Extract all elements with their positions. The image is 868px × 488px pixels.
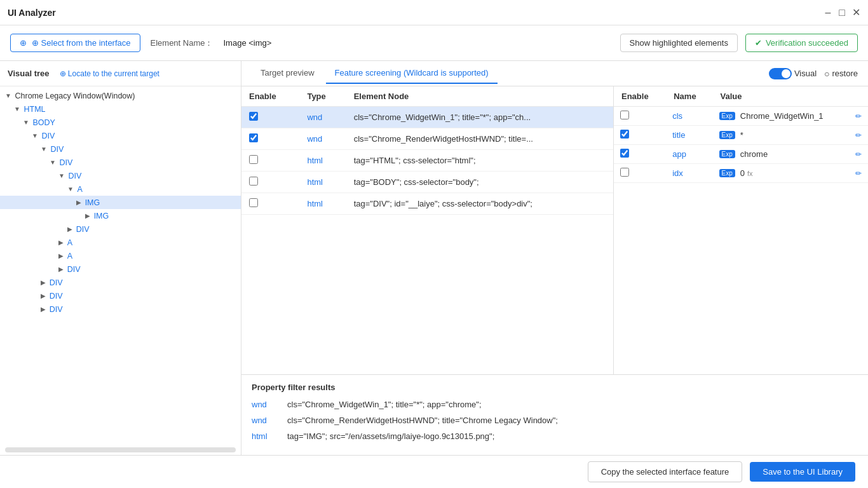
copy-button[interactable]: Copy the selected interface feature (588, 461, 743, 482)
prop-value-text: 0 (740, 168, 745, 178)
select-interface-button[interactable]: ⊕ ⊕ Select from the interface (10, 34, 140, 52)
tree-node[interactable]: ▼ DIV (0, 142, 241, 156)
prop-enable-checkbox[interactable] (620, 168, 629, 177)
visual-tree-label: Visual tree (8, 69, 50, 78)
edit-icon[interactable]: ✏ (855, 131, 862, 140)
prop-col-enable: Enable (614, 86, 666, 107)
tree-node[interactable]: ▼ DIV (0, 169, 241, 182)
prop-enable-checkbox[interactable] (620, 111, 629, 119)
tree-arrow: ▶ (76, 199, 81, 206)
tree-node[interactable]: ▶ DIV (0, 222, 241, 236)
tree-arrow: ▼ (5, 92, 11, 99)
property-row: idx Exp 0 fx ✏ (614, 164, 868, 183)
element-name-value: Image <img> (224, 38, 272, 48)
tree-container[interactable]: ▼ Chrome Legacy Window(Window)▼ HTML▼ BO… (0, 86, 241, 445)
close-button[interactable]: ✕ (851, 8, 860, 17)
exp-badge: Exp (719, 169, 735, 177)
cell-node: cls="Chrome_RenderWidgetHostHWND"; title… (346, 128, 613, 150)
tree-node[interactable]: ▶ IMG (0, 196, 241, 209)
show-highlighted-button[interactable]: Show highlighted elements (620, 34, 738, 52)
prop-input-row: Exp * ✏ (719, 130, 862, 140)
enable-checkbox[interactable] (249, 198, 258, 207)
cell-enable (241, 128, 299, 150)
cell-node: tag="HTML"; css-selector="html"; (346, 150, 613, 172)
locate-button[interactable]: ⊕ Locate to the current target (60, 69, 159, 78)
type-value: html (307, 156, 323, 165)
filter-rows: wndcls="Chrome_WidgetWin_1"; title="*"; … (252, 400, 858, 441)
tree-node-text: A (67, 252, 72, 261)
tab-target-preview[interactable]: Target preview (252, 63, 323, 84)
horizontal-scrollbar[interactable] (5, 447, 236, 452)
tree-arrow: ▶ (41, 279, 46, 286)
main-content: Visual tree ⊕ Locate to the current targ… (0, 61, 868, 455)
tree-node[interactable]: ▼ BODY (0, 116, 241, 129)
filter-row: wndcls="Chrome_WidgetWin_1"; title="*"; … (252, 400, 858, 409)
prop-input-row: Exp chrome ✏ (719, 149, 862, 159)
prop-cell-name: title (666, 126, 712, 145)
filter-type: wnd (252, 400, 277, 409)
prop-cell-name: cls (666, 107, 712, 126)
table-row[interactable]: wnd cls="Chrome_RenderWidgetHostHWND"; t… (241, 128, 613, 150)
visual-toggle-switch[interactable] (769, 68, 792, 79)
cell-enable (241, 150, 299, 172)
tree-node[interactable]: ▶ DIV (0, 262, 241, 276)
prop-enable-checkbox[interactable] (620, 149, 629, 158)
node-value: tag="DIV"; id="__laiye"; css-selector="b… (354, 199, 532, 208)
table-row[interactable]: html tag="DIV"; id="__laiye"; css-select… (241, 193, 613, 215)
edit-icon[interactable]: ✏ (855, 112, 862, 121)
table-row[interactable]: html tag="HTML"; css-selector="html"; (241, 150, 613, 172)
cell-enable (241, 107, 299, 128)
fx-icon[interactable]: fx (747, 170, 753, 177)
visual-toggle-label: Visual (794, 69, 817, 78)
titlebar: UI Analyzer – □ ✕ (0, 0, 868, 25)
table-row[interactable]: html tag="BODY"; css-selector="body"; (241, 172, 613, 193)
enable-checkbox[interactable] (249, 155, 258, 164)
tree-arrow: ▼ (32, 132, 38, 139)
tab-bar-left: Target preview Feature screening (Wildca… (252, 63, 498, 84)
maximize-button[interactable]: □ (837, 8, 846, 17)
prop-input-row: Exp Chrome_WidgetWin_1 ✏ (719, 111, 862, 121)
tree-node[interactable]: ▶ DIV (0, 302, 241, 316)
enable-checkbox[interactable] (249, 133, 258, 142)
prop-value-text: Chrome_WidgetWin_1 (740, 111, 824, 121)
tree-node[interactable]: ▶ DIV (0, 276, 241, 289)
tab-bar-right: Visual ○ restore (769, 68, 858, 79)
prop-cell-value: Exp chrome ✏ (713, 145, 868, 164)
cell-node: tag="BODY"; css-selector="body"; (346, 172, 613, 193)
tree-node[interactable]: ▶ A (0, 236, 241, 249)
enable-checkbox[interactable] (249, 177, 258, 186)
property-table: Enable Name Value cls Exp Chrome_WidgetW… (614, 86, 868, 183)
save-button[interactable]: Save to the UI Library (750, 462, 855, 482)
verification-button[interactable]: ✔ Verification succeeded (745, 34, 858, 52)
tree-node-text: DIV (69, 172, 82, 180)
tree-node[interactable]: ▼ DIV (0, 156, 241, 169)
tree-node[interactable]: ▶ IMG (0, 209, 241, 222)
enable-checkbox[interactable] (249, 112, 258, 121)
tree-node[interactable]: ▼ DIV (0, 129, 241, 142)
tree-node[interactable]: ▶ DIV (0, 289, 241, 302)
tree-node[interactable]: ▼ Chrome Legacy Window(Window) (0, 89, 241, 102)
tree-node[interactable]: ▼ HTML (0, 102, 241, 116)
window-controls: – □ ✕ (824, 8, 860, 17)
element-name-label: Element Name： (151, 37, 214, 49)
restore-button[interactable]: ○ restore (824, 69, 858, 79)
tree-node-text: DIV (42, 132, 55, 140)
edit-icon[interactable]: ✏ (855, 169, 862, 178)
property-row: title Exp * ✏ (614, 126, 868, 145)
prop-enable-checkbox[interactable] (620, 130, 629, 139)
prop-cell-value: Exp Chrome_WidgetWin_1 ✏ (713, 107, 868, 126)
tree-arrow: ▼ (14, 105, 20, 112)
minimize-button[interactable]: – (824, 8, 832, 17)
node-value: tag="BODY"; css-selector="body"; (354, 177, 479, 187)
check-icon: ✔ (755, 38, 762, 48)
cell-enable (241, 172, 299, 193)
edit-icon[interactable]: ✏ (855, 150, 862, 159)
filter-value: tag="IMG"; src="/en/assets/img/laiye-log… (287, 431, 494, 441)
visual-toggle: Visual (769, 68, 817, 79)
filter-results-title: Property filter results (252, 383, 858, 392)
table-row[interactable]: wnd cls="Chrome_WidgetWin_1"; title="*";… (241, 107, 613, 128)
tree-node[interactable]: ▼ A (0, 182, 241, 196)
tree-node[interactable]: ▶ A (0, 249, 241, 262)
filter-value: cls="Chrome_RenderWidgetHostHWND"; title… (287, 416, 558, 425)
tab-feature-screening[interactable]: Feature screening (Wildcard is supported… (326, 63, 498, 84)
